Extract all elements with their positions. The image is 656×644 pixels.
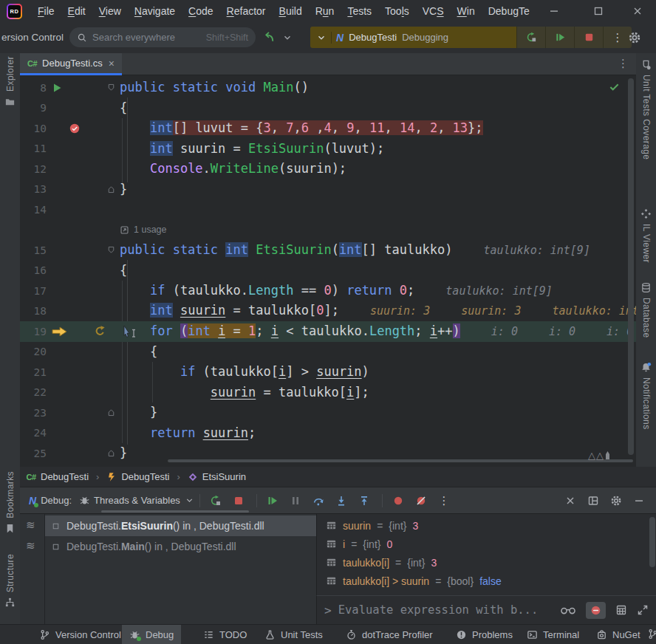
restart-button[interactable] bbox=[205, 492, 226, 510]
evaluate-grid-icon[interactable] bbox=[615, 604, 627, 616]
add-watch-glasses-icon[interactable] bbox=[560, 605, 576, 615]
code-text[interactable]: Console.WriteLine(suurin); bbox=[120, 159, 636, 179]
sidebar-item-unit-tests-coverage[interactable]: Unit Tests Coverage bbox=[636, 59, 656, 160]
breadcrumb-item-debugtesti[interactable]: C#DebugTesti bbox=[26, 471, 89, 482]
evaluate-expression-bar[interactable]: > Evaluate expression with b... bbox=[316, 595, 656, 624]
step-into-button[interactable] bbox=[331, 492, 352, 510]
restart-button[interactable] bbox=[516, 27, 545, 48]
status-item-problems[interactable]: Problems bbox=[448, 625, 520, 644]
search-everywhere-input[interactable]: Search everywhere Shift+Shift bbox=[69, 27, 256, 47]
fold-open-icon[interactable] bbox=[106, 245, 116, 255]
thread-icon[interactable]: ≋ bbox=[26, 518, 35, 532]
status-item-version-control[interactable]: Version Control bbox=[32, 625, 129, 644]
tab-debugtesti-cs[interactable]: C# DebugTesti.cs × bbox=[20, 53, 122, 75]
menu-item-vcs[interactable]: VCS bbox=[416, 0, 451, 22]
sidebar-item-structure[interactable]: Structure bbox=[0, 554, 20, 608]
debugger-view-selector[interactable]: Threads & Variables bbox=[94, 495, 180, 506]
editor-horizontal-scrollbar[interactable] bbox=[168, 459, 633, 462]
status-item-dottrace-profiler[interactable]: dotTrace Profiler bbox=[338, 625, 440, 644]
mute-breakpoints-button[interactable] bbox=[586, 602, 606, 619]
usage-annotation[interactable]: 1 usage bbox=[20, 220, 636, 241]
run-configuration-selector[interactable]: N DebugTesti Debugging bbox=[310, 27, 516, 48]
breadcrumb-item-etsisuurin[interactable]: EtsiSuurin bbox=[188, 471, 246, 482]
expand-icon[interactable] bbox=[637, 604, 649, 616]
code-text[interactable]: { bbox=[120, 342, 636, 363]
status-item-terminal[interactable]: Terminal bbox=[519, 625, 587, 644]
step-out-button[interactable] bbox=[354, 492, 375, 510]
breadcrumb-item-debugtesti[interactable]: DebugTesti bbox=[106, 471, 169, 482]
minimize-button[interactable] bbox=[629, 492, 649, 510]
menu-item-code[interactable]: Code bbox=[182, 0, 219, 22]
menu-item-tools[interactable]: Tools bbox=[378, 0, 416, 22]
menu-item-file[interactable]: File bbox=[31, 0, 61, 22]
resume-button[interactable] bbox=[262, 492, 283, 510]
code-text[interactable]: int suurin = EtsiSuurin(luvut); bbox=[120, 139, 636, 160]
back-arrow-icon[interactable] bbox=[263, 31, 276, 44]
layout-button[interactable] bbox=[583, 492, 604, 510]
frames-horizontal-scrollbar[interactable] bbox=[101, 510, 249, 513]
sidebar-item-notifications[interactable]: Notifications bbox=[636, 362, 656, 430]
variable-row[interactable]: suurin = {int} 3 bbox=[317, 516, 656, 535]
thread-icon[interactable]: ≋ bbox=[26, 539, 35, 552]
code-text[interactable]: public static void Main() bbox=[120, 78, 636, 98]
tab-close-icon[interactable]: × bbox=[109, 58, 115, 69]
code-text[interactable]: suurin = taulukko[i]; bbox=[120, 383, 636, 403]
branch-icon[interactable] bbox=[647, 628, 656, 640]
menu-item-refactor[interactable]: Refactor bbox=[220, 0, 273, 22]
sidebar-item-database[interactable]: Database bbox=[636, 282, 656, 338]
sidebar-item-explorer[interactable]: Explorer bbox=[0, 56, 20, 107]
gear-button[interactable] bbox=[606, 492, 626, 510]
code-text[interactable]: { bbox=[120, 98, 636, 119]
maximize-window-button[interactable] bbox=[584, 0, 613, 22]
menu-item-tests[interactable]: Tests bbox=[341, 0, 378, 22]
fold-close-icon[interactable] bbox=[106, 448, 116, 458]
stop-button[interactable] bbox=[574, 27, 603, 48]
status-item-debug[interactable]: Debug bbox=[122, 625, 181, 644]
close-button[interactable] bbox=[560, 492, 581, 510]
close-window-button[interactable] bbox=[623, 0, 652, 22]
view-breakpoints-button[interactable] bbox=[388, 492, 409, 510]
fold-open-icon[interactable] bbox=[106, 83, 116, 92]
editor-vertical-scrollbar[interactable] bbox=[628, 78, 634, 455]
code-text[interactable]: int[] luvut = {3, 7,6 ,4, 9, 11, 14, 2, … bbox=[120, 118, 636, 139]
code-text[interactable]: { bbox=[120, 261, 636, 281]
inspections-ok-check-icon[interactable] bbox=[609, 81, 620, 92]
code-text[interactable]: public static int EtsiSuurin(int[] taulu… bbox=[120, 240, 636, 261]
code-text[interactable]: } bbox=[120, 179, 636, 200]
menu-item-build[interactable]: Build bbox=[273, 0, 309, 22]
fold-close-icon[interactable] bbox=[106, 408, 116, 417]
play-icon[interactable] bbox=[51, 82, 63, 94]
settings-gear-icon[interactable] bbox=[628, 31, 641, 44]
status-item-unit-tests[interactable]: Unit Tests bbox=[257, 625, 330, 644]
pause-button[interactable] bbox=[285, 492, 306, 510]
resume-button[interactable] bbox=[545, 27, 574, 48]
code-text[interactable]: int suurin = taulukko[0];suurin: 3suurin… bbox=[120, 301, 636, 322]
menu-item-navigate[interactable]: Navigate bbox=[128, 0, 182, 22]
menu-item-view[interactable]: View bbox=[92, 0, 128, 22]
step-over-button[interactable] bbox=[308, 492, 329, 510]
code-text[interactable]: } bbox=[120, 402, 636, 423]
stop-button[interactable] bbox=[228, 492, 249, 510]
breakpoint-icon[interactable] bbox=[69, 123, 81, 134]
menu-item-run[interactable]: Run bbox=[309, 0, 341, 22]
variable-row[interactable]: taulukko[i] > suurin = {bool} false bbox=[317, 572, 656, 590]
version-control-label[interactable]: ersion Control bbox=[1, 32, 64, 43]
more-v-button[interactable]: ⋮ bbox=[434, 492, 454, 510]
status-item-todo[interactable]: TODO bbox=[196, 625, 254, 644]
minimize-window-button[interactable] bbox=[539, 0, 569, 22]
fold-close-icon[interactable] bbox=[106, 185, 116, 194]
menu-item-win[interactable]: Win bbox=[451, 0, 482, 22]
variables-scrollbar[interactable] bbox=[649, 517, 655, 567]
sidebar-item-bookmarks[interactable]: Bookmarks bbox=[0, 471, 20, 534]
code-text[interactable]: if (taulukko[i] > suurin) bbox=[120, 362, 636, 383]
chevron-down-icon[interactable] bbox=[185, 496, 194, 505]
inspection-widget-icon[interactable]: △△ bbox=[588, 450, 611, 461]
code-text[interactable]: return suurin; bbox=[120, 423, 636, 444]
menu-item-edit[interactable]: Edit bbox=[61, 0, 92, 22]
mute-breakpoints-button[interactable] bbox=[411, 492, 431, 510]
variable-row[interactable]: taulukko[i] = {int} 3 bbox=[317, 553, 656, 572]
chevron-down-icon[interactable] bbox=[282, 32, 293, 43]
tab-options-icon[interactable]: ⋮ bbox=[618, 57, 629, 70]
variable-row[interactable]: i = {int} 0 bbox=[317, 535, 656, 553]
code-editor[interactable]: 8public static void Main()9{10 int[] luv… bbox=[20, 75, 636, 467]
